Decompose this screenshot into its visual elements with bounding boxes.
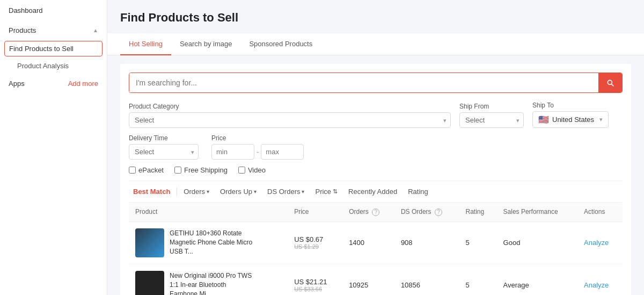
- filters-row-2: Delivery Time Select Price -: [129, 134, 623, 160]
- row-2-rating: 5: [459, 264, 497, 295]
- price-group: Price -: [211, 134, 304, 160]
- ship-to-value: United States: [552, 116, 594, 124]
- delivery-time-label: Delivery Time: [129, 134, 199, 142]
- col-header-sales-performance: Sales Performance: [497, 203, 578, 221]
- ship-from-label: Ship From: [459, 103, 524, 110]
- chevron-down-icon: ▾: [599, 116, 603, 123]
- ship-to-label: Ship To: [532, 102, 609, 109]
- product-category-select[interactable]: Select: [129, 112, 451, 128]
- sort-orders-up-label: Orders Up: [220, 188, 252, 196]
- price-max-input[interactable]: [261, 144, 304, 160]
- table-row: New Original i9000 Pro TWS 1:1 In-ear Bl…: [129, 264, 623, 295]
- chevron-down-icon: ▾: [254, 189, 257, 195]
- col-header-price: Price: [288, 203, 342, 221]
- col-header-ds-orders: DS Orders ?: [394, 203, 459, 221]
- row-2-ds-orders: 10856: [394, 264, 459, 295]
- sort-price[interactable]: Price ⇅: [311, 185, 342, 198]
- filters-row-1: Product Category Select Ship From Select…: [129, 102, 623, 128]
- row-2-product-name: New Original i9000 Pro TWS 1:1 In-ear Bl…: [170, 271, 255, 295]
- row-2-product: New Original i9000 Pro TWS 1:1 In-ear Bl…: [129, 264, 288, 295]
- sort-recently-added[interactable]: Recently Added: [344, 185, 401, 198]
- row-2-sales-performance: Average: [497, 264, 578, 295]
- search-button[interactable]: [598, 73, 622, 92]
- row-1-price-original: US $1.29: [294, 243, 336, 250]
- row-2-price: US $21.21 US $33.66: [288, 264, 342, 295]
- sort-orders-label: Orders: [184, 188, 205, 196]
- sidebar-add-more-button[interactable]: Add more: [68, 80, 98, 88]
- row-2-product-info: New Original i9000 Pro TWS 1:1 In-ear Bl…: [135, 271, 281, 296]
- row-2-analyze-button[interactable]: Analyze: [584, 281, 609, 289]
- row-2-product-image: [135, 271, 164, 296]
- row-1-price-current: US $0.67: [294, 235, 336, 243]
- tabs-bar: Hot Selling Search by image Sponsored Pr…: [107, 33, 644, 55]
- sidebar-apps-section: Apps Add more: [0, 74, 107, 93]
- chevron-down-icon: ▾: [302, 189, 304, 195]
- row-1-orders: 1400: [342, 221, 394, 264]
- search-bar: [129, 73, 623, 93]
- row-1-price: US $0.67 US $1.29: [288, 221, 342, 264]
- delivery-time-group: Delivery Time Select: [129, 134, 199, 160]
- search-input[interactable]: [129, 73, 598, 92]
- orders-help-icon[interactable]: ?: [372, 208, 379, 216]
- row-1-product-info: GETIHU 180+360 Rotate Magnetic Phone Cab…: [135, 228, 281, 257]
- ds-orders-help-icon[interactable]: ?: [435, 208, 442, 216]
- free-shipping-checkbox[interactable]: [174, 167, 181, 174]
- tab-sponsored-products[interactable]: Sponsored Products: [240, 33, 321, 55]
- sidebar-apps-label: Apps: [9, 80, 25, 88]
- product-category-label: Product Category: [129, 103, 451, 110]
- ship-from-group: Ship From Select: [459, 103, 524, 128]
- sort-divider-1: [177, 188, 177, 196]
- row-2-price-current: US $21.21: [294, 278, 336, 286]
- chevron-down-icon: ▾: [207, 189, 209, 195]
- sort-price-icon: ⇅: [333, 188, 338, 195]
- epacket-checkbox-label[interactable]: ePacket: [129, 166, 164, 174]
- video-checkbox-label[interactable]: Video: [238, 166, 266, 174]
- row-1-ds-orders: 908: [394, 221, 459, 264]
- epacket-label: ePacket: [138, 166, 164, 174]
- sort-orders[interactable]: Orders ▾: [179, 185, 214, 198]
- product-category-group: Product Category Select: [129, 103, 451, 128]
- ship-to-group: Ship To 🇺🇸 United States ▾: [532, 102, 609, 128]
- sort-bar: Best Match Orders ▾ Orders Up ▾ DS Order…: [129, 181, 623, 203]
- sidebar-item-product-analysis[interactable]: Product Analysis: [0, 57, 107, 74]
- tab-hot-selling[interactable]: Hot Selling: [120, 33, 171, 55]
- products-table: Product Price Orders ? DS Orders ? Ratin…: [129, 203, 623, 295]
- sort-orders-up[interactable]: Orders Up ▾: [216, 185, 261, 198]
- tab-search-by-image[interactable]: Search by image: [171, 33, 241, 55]
- chevron-up-icon: ▲: [93, 27, 98, 33]
- price-inputs: -: [211, 144, 304, 160]
- row-2-actions: Analyze: [577, 264, 623, 295]
- video-label: Video: [248, 166, 266, 174]
- free-shipping-label: Free Shipping: [184, 166, 228, 174]
- row-1-analyze-button[interactable]: Analyze: [584, 239, 609, 247]
- video-checkbox[interactable]: [238, 167, 245, 174]
- ship-from-select[interactable]: Select: [459, 112, 524, 128]
- price-label: Price: [211, 134, 304, 142]
- ship-to-selector[interactable]: 🇺🇸 United States ▾: [532, 111, 609, 128]
- sidebar-section-products[interactable]: Products ▲: [0, 21, 107, 40]
- price-min-input[interactable]: [211, 144, 254, 160]
- sort-rating[interactable]: Rating: [404, 185, 433, 198]
- col-header-product: Product: [129, 203, 288, 221]
- delivery-time-select[interactable]: Select: [129, 144, 199, 160]
- sort-ds-orders[interactable]: DS Orders ▾: [263, 185, 309, 198]
- sidebar-item-dashboard[interactable]: Dashboard: [0, 0, 107, 21]
- row-1-sales-performance: Good: [497, 221, 578, 264]
- col-header-rating: Rating: [459, 203, 497, 221]
- sidebar-item-find-products[interactable]: Find Products to Sell: [4, 41, 103, 56]
- table-header-row: Product Price Orders ? DS Orders ? Ratin…: [129, 203, 623, 221]
- row-2-orders: 10925: [342, 264, 394, 295]
- epacket-checkbox[interactable]: [129, 167, 136, 174]
- search-section: Product Category Select Ship From Select…: [120, 64, 631, 295]
- free-shipping-checkbox-label[interactable]: Free Shipping: [174, 166, 228, 174]
- sort-best-match[interactable]: Best Match: [129, 185, 174, 198]
- delivery-time-wrapper: Select: [129, 144, 199, 160]
- row-1-product-image: [135, 228, 164, 257]
- price-separator: -: [257, 148, 259, 156]
- search-icon: [606, 78, 614, 87]
- row-1-rating: 5: [459, 221, 497, 264]
- main-content: Find Products to Sell Hot Selling Search…: [107, 0, 644, 295]
- page-title: Find Products to Sell: [120, 11, 631, 25]
- ship-from-wrapper: Select: [459, 112, 524, 128]
- products-table-wrapper: Product Price Orders ? DS Orders ? Ratin…: [129, 203, 623, 295]
